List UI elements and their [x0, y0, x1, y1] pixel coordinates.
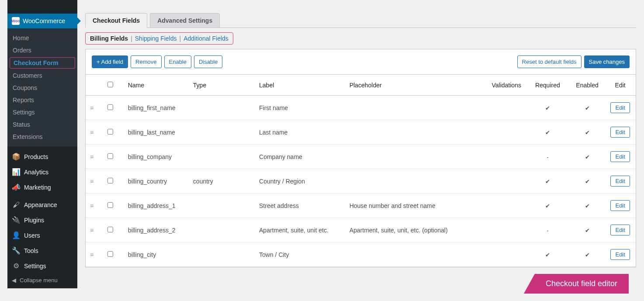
col-type: Type	[189, 75, 255, 96]
remove-button[interactable]: Remove	[131, 55, 161, 68]
cell-required: -	[526, 145, 570, 169]
woocommerce-icon: Woo	[12, 17, 20, 25]
cell-placeholder	[345, 242, 468, 267]
add-field-button[interactable]: + Add field	[92, 55, 128, 68]
cell-placeholder	[345, 120, 468, 145]
disable-button[interactable]: Disable	[194, 55, 222, 68]
table-row: ≡ billing_country country Country / Regi…	[86, 169, 636, 194]
cell-name: billing_company	[124, 145, 189, 169]
wrench-icon: 🔧	[12, 246, 21, 255]
cell-placeholder	[345, 169, 468, 194]
col-label: Label	[255, 75, 345, 96]
cell-label: Town / City	[255, 242, 345, 267]
sidebar-item-marketing[interactable]: 📣Marketing	[7, 180, 77, 195]
cell-validations	[468, 218, 526, 242]
subtab-billing-fields[interactable]: Billing Fields	[90, 35, 128, 42]
subtab-shipping-fields[interactable]: Shipping Fields	[135, 35, 177, 42]
drag-handle-icon[interactable]: ≡	[90, 178, 93, 185]
collapse-menu[interactable]: ◀ Collapse menu	[7, 273, 77, 287]
sidebar-subitem-orders[interactable]: Orders	[7, 44, 77, 56]
cell-enabled: ✔	[570, 242, 605, 267]
drag-handle-icon[interactable]: ≡	[90, 153, 93, 160]
sidebar-item-users[interactable]: 👤Users	[7, 228, 77, 243]
row-checkbox[interactable]	[107, 129, 113, 135]
drag-handle-icon[interactable]: ≡	[90, 104, 93, 111]
save-button[interactable]: Save changes	[584, 55, 630, 68]
cell-enabled: ✔	[570, 120, 605, 145]
sidebar-item-settings[interactable]: ⚙Settings	[7, 258, 77, 273]
cell-name: billing_last_name	[124, 120, 189, 145]
cell-name: billing_address_1	[124, 194, 189, 218]
brush-icon: 🖌	[12, 201, 21, 209]
cell-label: Apartment, suite, unit etc.	[255, 218, 345, 242]
cell-type: country	[189, 169, 255, 194]
sidebar-item-appearance[interactable]: 🖌Appearance	[7, 197, 77, 212]
cell-type	[189, 242, 255, 267]
cell-validations	[468, 242, 526, 267]
cell-placeholder: House number and street name	[345, 194, 468, 218]
tab-advanced-settings[interactable]: Advanced Settings	[150, 13, 220, 28]
sidebar-item-tools[interactable]: 🔧Tools	[7, 243, 77, 258]
col-placeholder: Placeholder	[345, 75, 468, 96]
row-checkbox[interactable]	[107, 153, 113, 159]
ribbon-label: Checkout field editor	[524, 274, 629, 294]
reset-button[interactable]: Reset to default fields	[517, 55, 582, 68]
sidebar-item-plugins[interactable]: 🔌Plugins	[7, 212, 77, 228]
sidebar-subitem-status[interactable]: Status	[7, 118, 77, 131]
cell-type	[189, 120, 255, 145]
content-area: Checkout FieldsAdvanced Settings Billing…	[85, 13, 636, 267]
cell-required: ✔	[526, 194, 570, 218]
fields-panel: + Add field Remove Enable Disable Reset …	[85, 49, 636, 267]
drag-handle-icon[interactable]: ≡	[90, 202, 93, 209]
select-all-checkbox[interactable]	[107, 82, 113, 87]
col-enabled: Enabled	[570, 75, 605, 96]
admin-main-menu: 📦Products📊Analytics📣Marketing🖌Appearance…	[7, 146, 77, 273]
table-row: ≡ billing_address_1 Street address House…	[86, 194, 636, 218]
enable-button[interactable]: Enable	[164, 55, 191, 68]
sidebar-item-analytics[interactable]: 📊Analytics	[7, 164, 77, 180]
table-row: ≡ billing_last_name Last name ✔ ✔ Edit	[86, 120, 636, 145]
sliders-icon: ⚙	[12, 262, 21, 270]
table-header-row: Name Type Label Placeholder Validations …	[86, 75, 636, 96]
row-checkbox[interactable]	[107, 227, 113, 232]
edit-button[interactable]: Edit	[610, 249, 630, 260]
row-checkbox[interactable]	[107, 202, 113, 208]
drag-handle-icon[interactable]: ≡	[90, 227, 93, 234]
sidebar-subitem-extensions[interactable]: Extensions	[7, 131, 77, 143]
cell-enabled: ✔	[570, 145, 605, 169]
row-checkbox[interactable]	[107, 251, 113, 257]
cell-validations	[468, 120, 526, 145]
drag-handle-icon[interactable]: ≡	[90, 251, 93, 258]
cell-validations	[468, 169, 526, 194]
edit-button[interactable]: Edit	[610, 151, 630, 162]
nav-tabs: Checkout FieldsAdvanced Settings	[85, 13, 636, 28]
tab-checkout-fields[interactable]: Checkout Fields	[85, 13, 147, 28]
cell-type	[189, 194, 255, 218]
sidebar-subitem-customers[interactable]: Customers	[7, 69, 77, 82]
edit-button[interactable]: Edit	[610, 176, 630, 187]
woocommerce-submenu: HomeOrdersCheckout FormCustomersCouponsR…	[7, 28, 77, 146]
cell-name: billing_address_2	[124, 218, 189, 242]
cell-enabled: ✔	[570, 169, 605, 194]
edit-button[interactable]: Edit	[610, 102, 630, 113]
subtab-additional-fields[interactable]: Additional Fields	[184, 35, 229, 42]
sidebar-item-products[interactable]: 📦Products	[7, 149, 77, 164]
sidebar-subitem-reports[interactable]: Reports	[7, 94, 77, 106]
edit-button[interactable]: Edit	[610, 127, 630, 138]
sidebar-item-woocommerce[interactable]: Woo WooCommerce	[7, 14, 77, 28]
edit-button[interactable]: Edit	[610, 225, 630, 235]
cell-required: ✔	[526, 96, 570, 120]
edit-button[interactable]: Edit	[610, 200, 630, 211]
sidebar-subitem-checkout-form[interactable]: Checkout Form	[10, 57, 75, 69]
cell-placeholder	[345, 145, 468, 169]
row-checkbox[interactable]	[107, 104, 113, 110]
box-icon: 📦	[12, 152, 21, 161]
sidebar-subitem-coupons[interactable]: Coupons	[7, 82, 77, 94]
drag-handle-icon[interactable]: ≡	[90, 129, 93, 136]
cell-required: -	[526, 218, 570, 242]
cell-name: billing_first_name	[124, 96, 189, 120]
cell-required: ✔	[526, 242, 570, 267]
row-checkbox[interactable]	[107, 178, 113, 183]
sidebar-subitem-home[interactable]: Home	[7, 32, 77, 44]
sidebar-subitem-settings[interactable]: Settings	[7, 106, 77, 118]
